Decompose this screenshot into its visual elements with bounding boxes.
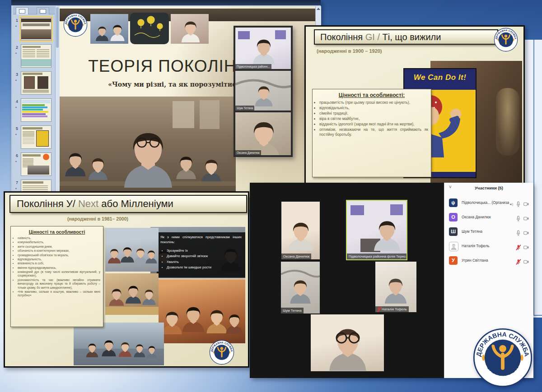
video-tile-organizer[interactable]: Підволочицька районна філія Терно.. [347,201,406,259]
employment-service-logo [63,13,88,37]
photo-friends-cheering [159,279,245,343]
slide-thumbnail-4[interactable]: 4✶ [14,98,54,124]
animation-icon: ✶ [15,78,17,82]
video-tile-natalia[interactable]: Наталія Тофель [375,262,416,312]
gi-bullet: оптимізм, незважаючи на те, що життя спр… [319,127,428,137]
y-bullet: впевненість в собі, [18,262,100,265]
slides-tab-icon [19,9,25,14]
collage-stage: 1✶ 2✶ 3✶ 4✶ 5✶ 6✶ [0,0,542,392]
y-bullet: громадянський обов'язок та мораль, [18,254,100,257]
participant-row[interactable]: Ш Шум Тетяна [444,225,533,239]
camera-icon[interactable] [523,243,529,251]
animation-icon: ✶ [15,133,17,136]
video-tile-oksana[interactable]: Оксана Данилюк [281,202,320,259]
y-values-list: наївність, комунікабельність, жити сього… [14,236,101,298]
mic-icon[interactable] [516,216,520,221]
slide-number: 6 [14,153,20,158]
video-tile-shum[interactable]: Шум Тетяна [281,262,320,314]
photo-group-walking [74,323,164,365]
slide-thumbnail-panel: 1✶ 2✶ 3✶ 4✶ 5✶ 6✶ [13,6,55,210]
strip-border-horizontal [533,315,542,316]
participant-avatar [449,242,458,251]
talkbox-item: Зрозумійте їх [167,248,242,254]
participant-row[interactable]: ψ Підволочицька... (Организатор, я) ◄) [444,196,533,210]
photo-office-people [90,14,128,44]
gi-slide-years: (народженні в 1900 – 1920) [317,48,382,54]
mic-icon-muted[interactable] [516,244,520,250]
participant-name: Шум Тетяна [462,229,482,234]
talkbox-item: Хваліть [167,259,242,265]
animation-icon: ✶ [15,187,17,190]
video-name-label: Шум Тетяна [235,106,254,111]
gi-bullet: працьовитість (при цьому гроші високо не… [319,100,428,105]
slide-thumbnail-5[interactable]: 5✶ [14,125,54,151]
video-tile[interactable]: Підволочицька районн... [235,28,291,69]
video-tile[interactable]: Шум Тетяна [235,71,291,111]
slide-thumbnail-2[interactable]: 2✶ [14,44,54,69]
y-bullet: наївність, [18,236,100,240]
participant-row[interactable]: Наталія Тофель [444,240,533,253]
animation-icon: ✶ [15,24,17,28]
y-bullet: жити сьогоднішнім днем, [18,245,100,249]
mic-icon[interactable] [516,201,520,207]
gi-title-part3: Ті, що вижили [383,32,441,42]
poster-text: We Can Do It! [404,73,476,82]
camera-icon[interactable] [523,214,529,222]
mic-icon[interactable] [516,230,520,236]
participant-row[interactable]: О Оксана Данилюк [444,211,533,224]
video-name-text: Наталія Тофель [382,307,407,312]
photo-idea-chalkboard [130,13,169,44]
muted-mic-icon [377,307,381,312]
video-tile[interactable]: Оксана Данилюк [235,112,291,155]
y-bullet: «Не важливо, скільки я коштую, важливо –… [18,290,100,298]
gi-slide-title: Покоління GI / Ті, що вижили [314,29,498,45]
y-slide-years: (народженні в 1981– 2000) [67,216,128,221]
talkbox-item: Дозвольте їм швидше рости [167,265,242,270]
slide-thumbnail-1[interactable]: 1✶ [14,17,54,42]
slide-thumbnail-6[interactable]: 6✶ [14,152,54,178]
gi-bullet: сімейні традиції, [319,111,428,116]
sidebar-tabstrip [13,6,55,14]
sidebar-scrollbar[interactable] [55,6,60,210]
video-name-label: Шум Тетяна [281,308,304,314]
animation-icon: ✶ [15,51,17,55]
photo-young-group-standing [105,228,159,272]
gi-bullet: відданість ідеології (заради якої ладні … [319,122,428,127]
participant-name: Підволочицька... (Организатор, я) [462,200,509,205]
mic-icon-muted[interactable] [516,259,520,265]
powerpoint-titlebar[interactable] [11,0,321,5]
employment-service-logo [209,340,234,365]
photo-students-studying [105,273,159,315]
camera-icon[interactable] [523,258,529,266]
gi-title-part2: GI / [365,32,380,42]
gi-title-part1: Покоління [320,32,363,42]
y-values-heading: Цінності та особливості [13,229,101,235]
gi-bullet: відповідальність, [319,106,428,111]
y-communication-box: Як з ними спілкуватися представникам інш… [157,232,245,277]
camera-icon[interactable] [523,200,529,208]
talkbox-intro: Як з ними спілкуватися представникам інш… [160,235,242,244]
y-title-part2: Next [78,198,98,209]
camera-icon[interactable] [523,229,529,237]
y-title-part3: або Мілленіуми [101,198,173,209]
talkbox-list: Зрозумійте їх Давайте зворотній зв'язок … [162,248,242,270]
gi-values-heading: Цінності та особливості: [314,92,429,98]
gi-values-box: Цінності та особливості: працьовитість (… [312,89,431,177]
y-bullet: відповідальність, [18,258,100,261]
slide-number: 3 [14,72,20,77]
video-name-label: Оксана Данилюк [235,150,261,155]
participant-name: Оксана Данилюк [462,215,491,219]
y-bullet: вміння підпорядковуватись, [18,266,100,270]
y-bullet: комунікабельність, [18,240,100,244]
employment-service-logo [494,28,518,52]
tab-slides[interactable] [16,7,28,14]
participant-name: Наталія Тофель [462,244,490,248]
animation-icon: ✶ [15,106,17,109]
tab-outline[interactable] [37,7,49,14]
participant-avatar: Ш [449,227,458,236]
slide-thumbnail-3[interactable]: 3✶ [14,71,54,97]
participant-avatar: У [449,256,458,265]
y-bullet: командний дух (в тому числі колективізм … [18,270,100,278]
video-tile-bottom[interactable] [311,314,384,371]
participant-row[interactable]: У Угрин Світлана [444,254,533,267]
